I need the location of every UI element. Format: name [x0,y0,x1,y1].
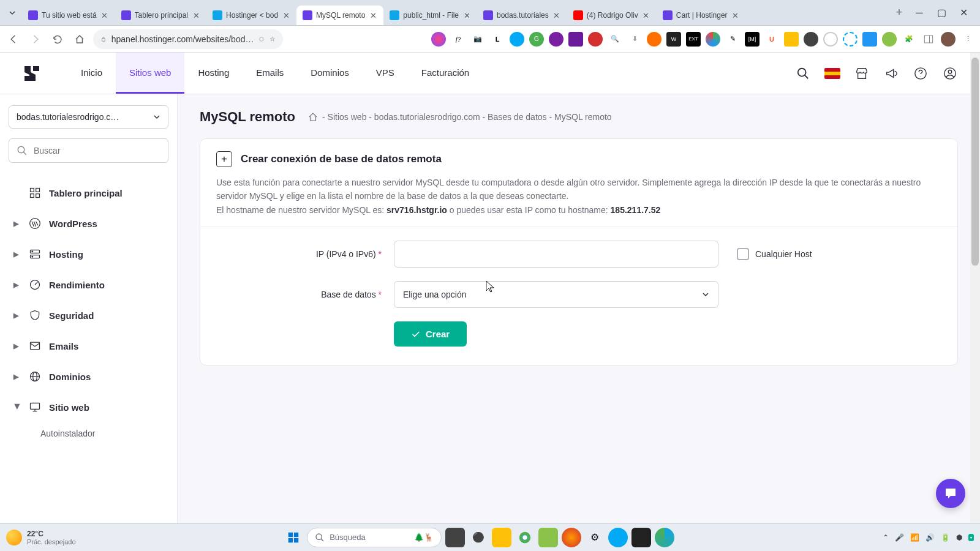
taskbar-app-chrome[interactable] [515,528,535,547]
tab-close-icon[interactable]: ✕ [100,11,109,20]
new-tab-button[interactable]: + [891,4,908,21]
search-icon[interactable] [795,66,811,81]
browser-tab[interactable]: (4) Rodrigo Oliv✕ [567,6,657,25]
tab-close-icon[interactable]: ✕ [552,11,561,20]
extension-icon[interactable] [843,32,858,47]
extensions-menu-icon[interactable]: 🧩 [902,32,916,47]
browser-tab[interactable]: Cart | Hostinger✕ [657,6,746,25]
taskbar-search[interactable]: Búsqueda 🌲🦌 [307,528,442,547]
nav-item[interactable]: Hosting [184,53,243,94]
sidebar-item[interactable]: ▶Emails [9,331,168,361]
tab-close-icon[interactable]: ✕ [369,11,377,20]
translate-icon[interactable] [258,34,265,44]
hostinger-logo[interactable] [22,64,42,83]
taskbar-app-firefox[interactable] [562,528,581,547]
reload-button[interactable] [49,31,66,48]
tray-battery-icon[interactable]: 🔋 [941,533,950,542]
weather-widget[interactable]: 22°C Prác. despejado [6,530,76,545]
taskbar-app-explorer[interactable] [492,528,511,547]
back-button[interactable] [5,31,22,48]
extension-icon[interactable] [588,32,603,47]
sidebar-subitem[interactable]: Autoinstalador [9,422,168,444]
database-select[interactable]: Elige una opción [394,281,718,308]
sidebar-item[interactable]: ▶Sitio web [9,392,168,422]
tab-close-icon[interactable]: ✕ [462,11,471,20]
tray-item[interactable]: ⬢ [956,533,962,542]
extension-icon[interactable]: EXT [686,32,701,47]
system-tray[interactable]: ⌃ 🎤 📶 🔊 🔋 ⬢ ▪ [883,533,974,542]
sidebar-item[interactable]: ▶WordPress [9,208,168,239]
extension-icon[interactable] [647,32,662,47]
nav-item[interactable]: Facturación [408,53,483,94]
chat-widget[interactable] [936,479,965,508]
language-flag[interactable] [824,66,840,81]
home-button[interactable] [71,31,88,48]
sidebar-item[interactable]: ▶Dominios [9,361,168,392]
side-panel-button[interactable] [921,32,936,47]
tab-close-icon[interactable]: ✕ [192,11,200,20]
browser-tab[interactable]: bodas.tutoriales✕ [477,6,567,25]
tab-close-icon[interactable]: ✕ [731,11,740,20]
extension-icon[interactable]: U [764,32,779,47]
breadcrumb[interactable]: - Sitios web - bodas.tutorialesrodrigo.c… [307,111,612,122]
extension-icon[interactable] [823,32,838,47]
browser-tab[interactable]: public_html - File✕ [383,6,477,25]
address-input[interactable]: hpanel.hostinger.com/websites/bod… [93,29,283,49]
site-info-icon[interactable] [100,34,107,44]
sidebar-search[interactable] [9,138,168,163]
taskbar-app-settings[interactable]: ⚙ [585,528,605,547]
sidebar-search-input[interactable] [34,146,160,156]
extension-icon[interactable]: 🔍 [608,32,622,47]
extension-icon[interactable] [568,32,583,47]
tab-close-icon[interactable]: ✕ [282,11,290,20]
ip-input[interactable] [394,241,718,268]
extension-icon[interactable]: L [490,32,505,47]
tray-volume-icon[interactable]: 🔊 [925,533,935,542]
sidebar-item[interactable]: ▶Rendimiento [9,269,168,300]
tray-wifi-icon[interactable]: 📶 [910,533,919,542]
browser-tab[interactable]: Tablero principal✕ [115,6,206,25]
nav-item[interactable]: Inicio [67,53,116,94]
extension-icon[interactable] [882,32,897,47]
tray-item[interactable]: ▪ [968,534,974,541]
tray-chevron-icon[interactable]: ⌃ [883,533,889,542]
extension-icon[interactable]: [M] [745,32,760,47]
extension-icon[interactable]: W [666,32,681,47]
extension-icon[interactable]: 📷 [470,32,485,47]
sidebar-item[interactable]: ▶Hosting [9,239,168,269]
extension-icon[interactable]: G [529,32,544,47]
maximize-button[interactable]: ▢ [935,6,948,20]
close-window-button[interactable]: ✕ [957,6,970,20]
account-icon[interactable] [942,66,958,81]
profile-avatar[interactable] [941,32,956,47]
sidebar-item[interactable]: Tablero principal [9,178,168,208]
extension-icon[interactable] [510,32,524,47]
nav-item[interactable]: VPS [363,53,408,94]
taskbar-app-edge[interactable] [655,528,674,547]
bookmark-star-icon[interactable] [270,34,276,44]
extension-icon[interactable] [784,32,799,47]
nav-item[interactable]: Emails [243,53,297,94]
extension-icon[interactable] [706,32,720,47]
tab-close-icon[interactable]: ✕ [642,11,650,20]
scrollbar[interactable] [970,53,980,523]
taskbar-app[interactable] [538,528,558,547]
taskbar-app[interactable] [445,528,465,547]
nav-item[interactable]: Sitios web [116,53,184,94]
taskbar-app[interactable] [608,528,628,547]
marketplace-icon[interactable] [854,66,870,81]
extension-icon[interactable] [549,32,564,47]
site-selector[interactable]: bodas.tutorialesrodrigo.c… [9,105,168,129]
tab-dropdown-button[interactable] [5,6,20,20]
start-button[interactable] [284,528,303,547]
sidebar-item[interactable]: ▶Seguridad [9,300,168,331]
any-host-checkbox[interactable]: Cualquier Host [737,248,812,260]
chrome-menu-button[interactable]: ⋮ [960,32,975,47]
extension-icon[interactable]: f? [451,32,466,47]
extension-icon[interactable] [431,32,446,47]
help-icon[interactable] [913,66,929,81]
nav-item[interactable]: Dominios [297,53,363,94]
browser-tab[interactable]: Hostinger < bod✕ [206,6,296,25]
extension-icon[interactable]: ⬇ [627,32,642,47]
taskbar-app[interactable]: ⚫ [469,528,488,547]
